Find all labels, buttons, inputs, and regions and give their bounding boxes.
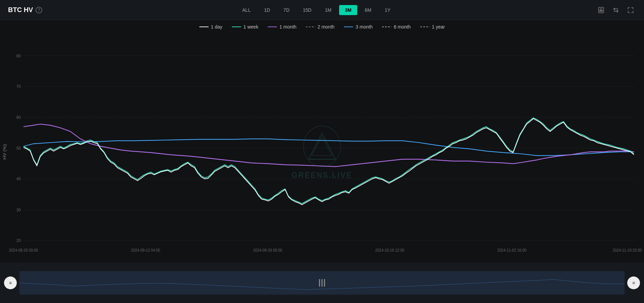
svg-text:2024-10-16 12:00: 2024-10-16 12:00 — [375, 248, 405, 252]
legend-item-2month: 2 month — [306, 24, 335, 30]
legend-line-6month — [382, 27, 391, 28]
svg-text:70: 70 — [16, 84, 21, 89]
time-btn-15d[interactable]: 15D — [297, 5, 317, 15]
svg-text:80: 80 — [16, 53, 21, 58]
svg-text:GREENS.LIVE: GREENS.LIVE — [292, 170, 353, 180]
legend-item-3month: 3 month — [344, 24, 373, 30]
svg-point-2 — [600, 10, 600, 10]
legend: 1 day 1 week 1 month 2 month 3 month 6 m… — [0, 20, 644, 34]
main-container: BTC HV ? ALL1D7D15D1M3M6M1Y — [0, 0, 644, 303]
legend-line-1day — [199, 27, 209, 28]
svg-text:50: 50 — [16, 146, 21, 151]
legend-label-3month: 3 month — [356, 24, 373, 30]
svg-point-5 — [600, 11, 600, 11]
svg-text:2024-11-19 20:00: 2024-11-19 20:00 — [613, 248, 642, 252]
legend-label-1year: 1 year — [432, 24, 445, 30]
legend-label-2month: 2 month — [318, 24, 335, 30]
svg-text:2024-11-02 16:00: 2024-11-02 16:00 — [497, 248, 527, 252]
time-btn-7d[interactable]: 7D — [278, 5, 295, 15]
svg-text:30: 30 — [16, 207, 21, 212]
legend-item-1year: 1 year — [420, 24, 445, 30]
legend-line-1week — [232, 27, 241, 28]
svg-text:60: 60 — [16, 115, 21, 120]
header-title-group: BTC HV ? — [8, 6, 42, 14]
svg-point-6 — [601, 11, 601, 11]
swap-icon[interactable] — [610, 5, 621, 15]
y-axis-label: HV (%) — [2, 144, 7, 159]
time-btn-1d[interactable]: 1D — [258, 5, 276, 15]
legend-item-1week: 1 week — [232, 24, 258, 30]
chart-svg: HV (%) 80 70 60 50 40 30 — [0, 34, 644, 263]
help-icon[interactable]: ? — [36, 7, 42, 13]
svg-point-7 — [602, 11, 602, 11]
calculator-icon[interactable] — [596, 5, 606, 15]
header: BTC HV ? ALL1D7D15D1M3M6M1Y — [0, 0, 644, 20]
scrollbar-track[interactable] — [19, 271, 625, 295]
legend-label-1month: 1 month — [279, 24, 297, 30]
scroll-right-handle[interactable]: ≡ — [627, 276, 640, 289]
time-btn-6m[interactable]: 6M — [359, 5, 377, 15]
time-btn-all[interactable]: ALL — [236, 5, 256, 15]
scrollbar-area: ≡ ≡ — [0, 263, 644, 303]
legend-label-6month: 6 month — [394, 24, 411, 30]
legend-label-1day: 1 day — [211, 24, 222, 30]
legend-line-3month — [344, 27, 353, 28]
fullscreen-icon[interactable] — [625, 5, 636, 15]
svg-text:2024-09-29 08:00: 2024-09-29 08:00 — [253, 248, 282, 252]
svg-text:2024-09-12 04:00: 2024-09-12 04:00 — [131, 248, 160, 252]
svg-point-4 — [602, 10, 602, 10]
svg-text:2024-08-26 00:00: 2024-08-26 00:00 — [9, 248, 38, 252]
legend-item-1day: 1 day — [199, 24, 222, 30]
legend-item-1month: 1 month — [268, 24, 297, 30]
header-icon-group — [596, 5, 636, 15]
svg-text:20: 20 — [16, 238, 21, 243]
mini-chart — [19, 271, 625, 295]
svg-text:40: 40 — [16, 176, 21, 182]
time-btn-1m[interactable]: 1M — [319, 5, 337, 15]
legend-line-1month — [268, 27, 277, 28]
time-btn-1y[interactable]: 1Y — [379, 5, 396, 15]
legend-line-2month — [306, 27, 315, 28]
svg-point-3 — [601, 10, 601, 10]
scroll-left-handle[interactable]: ≡ — [4, 276, 17, 289]
legend-label-1week: 1 week — [244, 24, 258, 30]
chart-title: BTC HV — [8, 6, 33, 14]
time-btn-3m[interactable]: 3M — [339, 5, 357, 15]
time-controls: ALL1D7D15D1M3M6M1Y — [236, 5, 396, 15]
chart-area: HV (%) 80 70 60 50 40 30 — [0, 34, 644, 263]
legend-item-6month: 6 month — [382, 24, 411, 30]
legend-line-1year — [420, 27, 430, 28]
